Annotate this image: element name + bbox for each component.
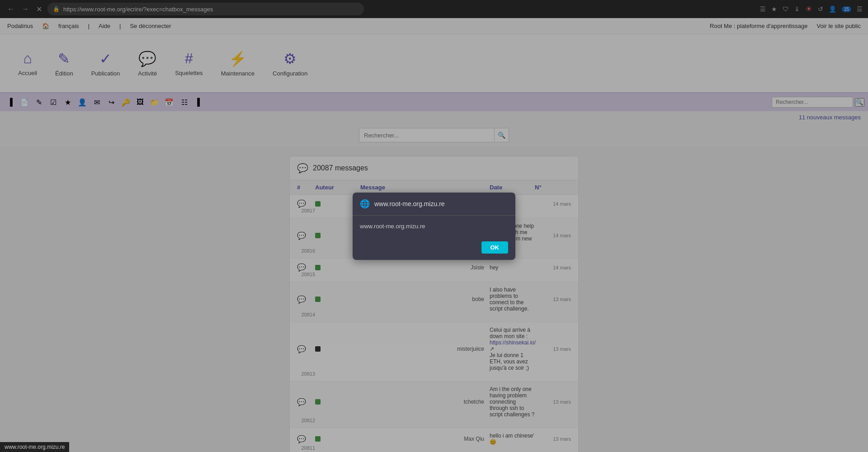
dialog-overlay: 🌐 www.root-me.org.mizu.re www.root-me.or… [0,0,868,452]
dialog-footer: OK [353,237,515,260]
dialog-title: www.root-me.org.mizu.re [374,200,445,207]
status-url: www.root-me.org.mizu.re [5,444,65,450]
dialog-body-text: www.root-me.org.mizu.re [360,223,425,230]
dialog-header: 🌐 www.root-me.org.mizu.re [353,193,515,216]
dialog-ok-button[interactable]: OK [481,241,509,254]
status-bar: www.root-me.org.mizu.re [0,442,69,452]
globe-icon: 🌐 [360,199,370,209]
dialog-box: 🌐 www.root-me.org.mizu.re www.root-me.or… [353,193,515,260]
dialog-body: www.root-me.org.mizu.re [353,216,515,237]
